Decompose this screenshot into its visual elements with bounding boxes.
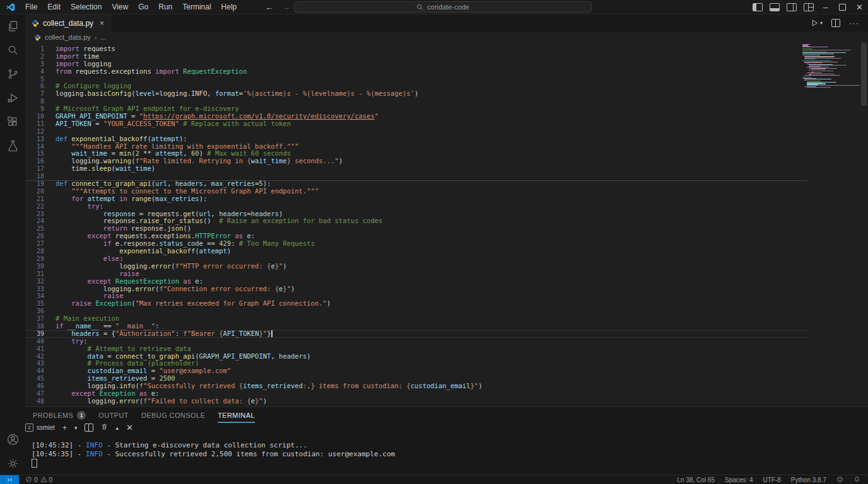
menu-go[interactable]: Go: [133, 0, 153, 14]
chevron-right-icon: ›: [95, 34, 97, 41]
menu-bar: FileEditSelectionViewGoRunTerminalHelp: [20, 0, 242, 14]
run-debug-icon[interactable]: [0, 86, 25, 110]
line-number: 22: [25, 203, 44, 210]
language-status[interactable]: Python 3.8.7: [791, 476, 826, 483]
code-line[interactable]: 21 for attempt in range(max_retries):: [25, 195, 807, 203]
customize-layout-button[interactable]: [800, 0, 817, 14]
breadcrumb[interactable]: collect_dats.py › ...: [25, 32, 868, 43]
code-editor[interactable]: 1import requests2import time3import logg…: [25, 43, 868, 406]
tab-close-icon[interactable]: ×: [100, 19, 104, 28]
toggle-panel-button[interactable]: [766, 0, 783, 14]
line-number: 45: [25, 375, 44, 383]
line-content: from requests.exceptions import RequestE…: [44, 68, 247, 76]
editor-scrollbar[interactable]: [859, 43, 868, 406]
line-number: 5: [25, 76, 44, 83]
code-line[interactable]: 48 logging.error(f"Failed to collect dat…: [25, 398, 807, 405]
line-number: 46: [25, 383, 44, 390]
explorer-icon[interactable]: [0, 14, 25, 38]
warning-icon: [40, 476, 47, 484]
minimap[interactable]: [802, 44, 859, 88]
menu-help[interactable]: Help: [216, 0, 242, 14]
code-line[interactable]: 1import requests: [25, 45, 807, 53]
tab-collect-data[interactable]: collect_data.py ×: [25, 14, 111, 32]
breadcrumb-file[interactable]: collect_dats.py: [45, 33, 91, 41]
line-number: 1: [25, 45, 44, 53]
settings-gear-icon[interactable]: [0, 451, 25, 475]
panel-tab-problems[interactable]: PROBLEMS1: [33, 407, 86, 423]
code-line[interactable]: 36: [25, 308, 807, 315]
search-command-center[interactable]: coridate-code: [294, 1, 592, 13]
code-line[interactable]: 30 logging.error(f"HTTP error occurred: …: [25, 263, 807, 270]
indentation-status[interactable]: Spaces: 4: [725, 476, 753, 483]
code-line[interactable]: 17 time.sleep(wait_time): [25, 165, 807, 173]
run-dropdown-icon[interactable]: ▾: [820, 20, 823, 26]
maximize-panel-icon[interactable]: ▴: [115, 425, 119, 431]
panel-tab-output[interactable]: OUTPUT: [98, 407, 129, 423]
toggle-primary-sidebar-button[interactable]: [749, 0, 766, 14]
cursor-position-status[interactable]: Ln 38, Col 65: [677, 476, 715, 483]
scrollbar-slider[interactable]: [861, 43, 867, 106]
close-button[interactable]: ✕: [851, 0, 868, 14]
code-line[interactable]: 39 headers = {"Authorization": f"Bearer …: [25, 330, 807, 338]
kill-terminal-icon[interactable]: [101, 423, 108, 432]
panel-tab-debug-console[interactable]: DEBUG CONSOLE: [141, 407, 205, 423]
encoding-status[interactable]: UTF-8: [763, 476, 781, 483]
back-icon[interactable]: ←: [265, 3, 273, 12]
python-file-icon: [32, 20, 39, 27]
terminal-line: [10:45:32] - INFO - Starting e-discovery…: [32, 441, 868, 450]
menu-terminal[interactable]: Terminal: [177, 0, 216, 14]
breadcrumb-python-icon: [34, 34, 41, 41]
panel-tab-terminal[interactable]: TERMINAL: [218, 407, 255, 423]
testing-icon[interactable]: [0, 134, 25, 158]
terminal-instance-chip[interactable]: 2 ssmiet: [25, 424, 55, 432]
menu-view[interactable]: View: [107, 0, 133, 14]
line-number: 7: [25, 90, 44, 98]
search-sidebar-icon[interactable]: [0, 38, 25, 62]
notifications-bell-icon[interactable]: [853, 476, 860, 484]
menu-file[interactable]: File: [20, 0, 42, 14]
code-line[interactable]: 7logging.basicConfig(level=logging.INFO,…: [25, 90, 807, 98]
error-icon: [25, 476, 32, 484]
code-line[interactable]: 2import time: [25, 53, 807, 60]
close-panel-icon[interactable]: ✕: [126, 423, 133, 432]
terminal-output[interactable]: [10:45:32] - INFO - Starting e-discovery…: [25, 432, 868, 468]
split-terminal-button[interactable]: [85, 424, 93, 432]
toggle-secondary-sidebar-button[interactable]: [783, 0, 800, 14]
menu-selection[interactable]: Selection: [66, 0, 107, 14]
code-line[interactable]: 33 logging.error(f"Connection error occu…: [25, 285, 807, 293]
problems-count-badge: 1: [77, 411, 86, 420]
line-number: 33: [25, 285, 44, 293]
breadcrumb-more[interactable]: ...: [100, 33, 106, 41]
code-line[interactable]: 28 exponential_backoff(attempt): [25, 248, 807, 255]
extensions-icon[interactable]: [0, 110, 25, 134]
run-python-button[interactable]: ▾: [811, 19, 823, 27]
remote-indicator[interactable]: [0, 475, 19, 484]
line-number: 40: [25, 338, 44, 345]
line-number: 35: [25, 300, 44, 308]
code-line[interactable]: 11API_TOKEN = "YOUR_ACCESS_TOKEN" # Repl…: [25, 120, 807, 128]
line-number: 28: [25, 248, 44, 255]
titlebar: FileEditSelectionViewGoRunTerminalHelp ←…: [0, 0, 868, 14]
line-number: 44: [25, 367, 44, 375]
code-line[interactable]: 35 raise Exception("Max retries exceeded…: [25, 300, 807, 308]
source-control-icon[interactable]: [0, 62, 25, 86]
line-number: 41: [25, 345, 44, 353]
warnings-status[interactable]: 0: [40, 476, 53, 484]
errors-status[interactable]: 0: [25, 476, 38, 484]
split-editor-button[interactable]: [831, 19, 840, 27]
menu-edit[interactable]: Edit: [42, 0, 66, 14]
line-number: 21: [25, 195, 44, 203]
feedback-icon[interactable]: [836, 476, 843, 484]
menu-run[interactable]: Run: [153, 0, 177, 14]
line-number: 38: [25, 323, 44, 330]
terminal-dropdown-icon[interactable]: ▾: [74, 425, 78, 431]
maximize-button[interactable]: [834, 0, 851, 14]
line-number: 27: [25, 240, 44, 248]
code-line[interactable]: 4from requests.exceptions import Request…: [25, 68, 807, 76]
code-line[interactable]: 5: [25, 76, 807, 83]
minimize-button[interactable]: –: [817, 0, 834, 14]
more-actions-button[interactable]: ···: [849, 18, 859, 28]
account-icon[interactable]: [0, 427, 25, 451]
new-terminal-button[interactable]: +: [62, 424, 67, 432]
editor-actions: ▾ ···: [811, 14, 868, 32]
